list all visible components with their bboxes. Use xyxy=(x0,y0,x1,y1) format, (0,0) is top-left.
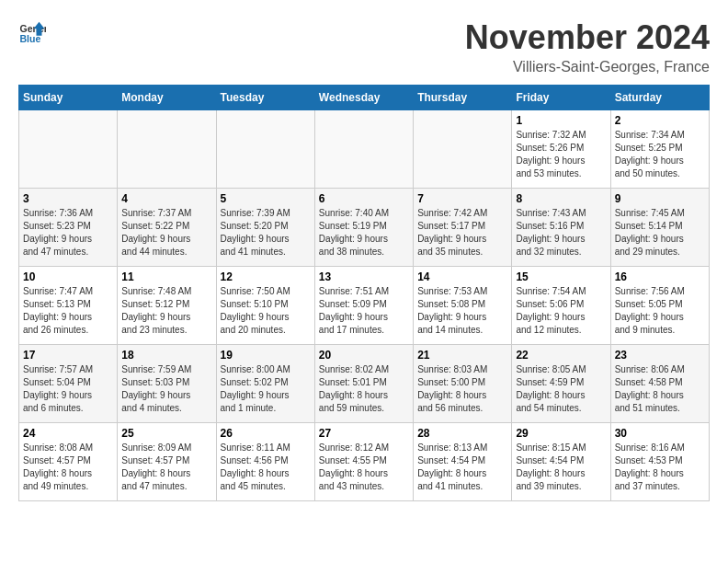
day-info: Sunrise: 8:09 AM Sunset: 4:57 PM Dayligh… xyxy=(121,442,211,493)
calendar-cell: 6Sunrise: 7:40 AM Sunset: 5:19 PM Daylig… xyxy=(314,189,413,267)
calendar-cell: 14Sunrise: 7:53 AM Sunset: 5:08 PM Dayli… xyxy=(414,267,512,345)
calendar-cell: 2Sunrise: 7:34 AM Sunset: 5:25 PM Daylig… xyxy=(610,110,709,189)
day-info: Sunrise: 7:39 AM Sunset: 5:20 PM Dayligh… xyxy=(221,207,311,259)
calendar-cell: 8Sunrise: 7:43 AM Sunset: 5:16 PM Daylig… xyxy=(512,189,610,267)
day-info: Sunrise: 7:40 AM Sunset: 5:19 PM Dayligh… xyxy=(319,207,409,259)
calendar-cell: 24Sunrise: 8:08 AM Sunset: 4:57 PM Dayli… xyxy=(19,423,118,501)
day-number: 28 xyxy=(417,427,507,440)
calendar-cell: 16Sunrise: 7:56 AM Sunset: 5:05 PM Dayli… xyxy=(610,267,709,345)
logo-icon: General Blue xyxy=(18,18,46,46)
calendar-cell: 19Sunrise: 8:00 AM Sunset: 5:02 PM Dayli… xyxy=(216,345,314,423)
weekday-header-row: SundayMondayTuesdayWednesdayThursdayFrid… xyxy=(19,86,710,110)
calendar-cell: 11Sunrise: 7:48 AM Sunset: 5:12 PM Dayli… xyxy=(118,267,216,345)
day-info: Sunrise: 7:34 AM Sunset: 5:25 PM Dayligh… xyxy=(615,129,705,180)
weekday-header-thursday: Thursday xyxy=(414,86,512,110)
weekday-header-saturday: Saturday xyxy=(610,86,709,110)
day-info: Sunrise: 8:05 AM Sunset: 4:59 PM Dayligh… xyxy=(516,363,606,415)
calendar-cell xyxy=(19,110,118,189)
calendar-cell: 3Sunrise: 7:36 AM Sunset: 5:23 PM Daylig… xyxy=(19,189,118,267)
calendar-cell: 25Sunrise: 8:09 AM Sunset: 4:57 PM Dayli… xyxy=(118,423,216,501)
calendar-cell: 4Sunrise: 7:37 AM Sunset: 5:22 PM Daylig… xyxy=(118,189,216,267)
day-info: Sunrise: 7:47 AM Sunset: 5:13 PM Dayligh… xyxy=(23,285,113,337)
calendar-cell: 9Sunrise: 7:45 AM Sunset: 5:14 PM Daylig… xyxy=(610,189,709,267)
day-number: 10 xyxy=(23,270,113,283)
day-info: Sunrise: 7:59 AM Sunset: 5:03 PM Dayligh… xyxy=(121,363,211,415)
day-number: 14 xyxy=(417,270,507,283)
weekday-header-monday: Monday xyxy=(118,86,216,110)
calendar-cell: 23Sunrise: 8:06 AM Sunset: 4:58 PM Dayli… xyxy=(610,345,709,423)
day-info: Sunrise: 7:53 AM Sunset: 5:08 PM Dayligh… xyxy=(417,285,507,337)
weekday-header-sunday: Sunday xyxy=(19,86,118,110)
day-info: Sunrise: 7:37 AM Sunset: 5:22 PM Dayligh… xyxy=(121,207,211,259)
week-row-4: 17Sunrise: 7:57 AM Sunset: 5:04 PM Dayli… xyxy=(19,345,710,423)
week-row-3: 10Sunrise: 7:47 AM Sunset: 5:13 PM Dayli… xyxy=(19,267,710,345)
day-info: Sunrise: 8:13 AM Sunset: 4:54 PM Dayligh… xyxy=(417,442,507,493)
page-header: General Blue November 2024 Villiers-Sain… xyxy=(18,18,710,75)
day-info: Sunrise: 7:45 AM Sunset: 5:14 PM Dayligh… xyxy=(615,207,705,259)
calendar-cell: 28Sunrise: 8:13 AM Sunset: 4:54 PM Dayli… xyxy=(414,423,512,501)
day-info: Sunrise: 7:32 AM Sunset: 5:26 PM Dayligh… xyxy=(516,129,606,180)
calendar-cell: 27Sunrise: 8:12 AM Sunset: 4:55 PM Dayli… xyxy=(314,423,413,501)
calendar-cell: 20Sunrise: 8:02 AM Sunset: 5:01 PM Dayli… xyxy=(314,345,413,423)
day-info: Sunrise: 7:57 AM Sunset: 5:04 PM Dayligh… xyxy=(23,363,113,415)
day-number: 29 xyxy=(516,427,606,440)
calendar-cell: 7Sunrise: 7:42 AM Sunset: 5:17 PM Daylig… xyxy=(414,189,512,267)
day-number: 30 xyxy=(615,427,705,440)
day-number: 19 xyxy=(221,349,311,362)
week-row-1: 1Sunrise: 7:32 AM Sunset: 5:26 PM Daylig… xyxy=(19,110,710,189)
day-info: Sunrise: 7:51 AM Sunset: 5:09 PM Dayligh… xyxy=(319,285,409,337)
calendar-cell xyxy=(414,110,512,189)
calendar-cell: 13Sunrise: 7:51 AM Sunset: 5:09 PM Dayli… xyxy=(314,267,413,345)
weekday-header-tuesday: Tuesday xyxy=(216,86,314,110)
day-number: 15 xyxy=(516,270,606,283)
day-number: 21 xyxy=(417,349,507,362)
day-info: Sunrise: 8:16 AM Sunset: 4:53 PM Dayligh… xyxy=(615,442,705,493)
day-number: 9 xyxy=(615,192,705,205)
day-number: 22 xyxy=(516,349,606,362)
day-number: 12 xyxy=(221,270,311,283)
calendar-cell: 17Sunrise: 7:57 AM Sunset: 5:04 PM Dayli… xyxy=(19,345,118,423)
day-info: Sunrise: 7:42 AM Sunset: 5:17 PM Dayligh… xyxy=(417,207,507,259)
day-number: 4 xyxy=(121,192,211,205)
day-number: 7 xyxy=(417,192,507,205)
day-info: Sunrise: 8:00 AM Sunset: 5:02 PM Dayligh… xyxy=(221,363,311,415)
weekday-header-wednesday: Wednesday xyxy=(314,86,413,110)
day-info: Sunrise: 7:50 AM Sunset: 5:10 PM Dayligh… xyxy=(221,285,311,337)
day-info: Sunrise: 8:08 AM Sunset: 4:57 PM Dayligh… xyxy=(23,442,113,493)
week-row-2: 3Sunrise: 7:36 AM Sunset: 5:23 PM Daylig… xyxy=(19,189,710,267)
day-number: 8 xyxy=(516,192,606,205)
calendar-cell: 29Sunrise: 8:15 AM Sunset: 4:54 PM Dayli… xyxy=(512,423,610,501)
calendar-cell: 18Sunrise: 7:59 AM Sunset: 5:03 PM Dayli… xyxy=(118,345,216,423)
day-number: 25 xyxy=(121,427,211,440)
day-number: 26 xyxy=(221,427,311,440)
day-info: Sunrise: 8:15 AM Sunset: 4:54 PM Dayligh… xyxy=(516,442,606,493)
title-block: November 2024 Villiers-Saint-Georges, Fr… xyxy=(465,18,710,75)
month-title: November 2024 xyxy=(465,18,710,57)
day-number: 27 xyxy=(319,427,409,440)
day-number: 13 xyxy=(319,270,409,283)
day-info: Sunrise: 7:36 AM Sunset: 5:23 PM Dayligh… xyxy=(23,207,113,259)
day-info: Sunrise: 7:48 AM Sunset: 5:12 PM Dayligh… xyxy=(121,285,211,337)
calendar-cell: 21Sunrise: 8:03 AM Sunset: 5:00 PM Dayli… xyxy=(414,345,512,423)
calendar-cell xyxy=(118,110,216,189)
day-info: Sunrise: 7:56 AM Sunset: 5:05 PM Dayligh… xyxy=(615,285,705,337)
day-number: 17 xyxy=(23,349,113,362)
day-number: 2 xyxy=(615,114,705,127)
day-info: Sunrise: 8:11 AM Sunset: 4:56 PM Dayligh… xyxy=(221,442,311,493)
calendar-cell: 5Sunrise: 7:39 AM Sunset: 5:20 PM Daylig… xyxy=(216,189,314,267)
day-info: Sunrise: 7:43 AM Sunset: 5:16 PM Dayligh… xyxy=(516,207,606,259)
calendar-cell xyxy=(314,110,413,189)
day-info: Sunrise: 8:12 AM Sunset: 4:55 PM Dayligh… xyxy=(319,442,409,493)
day-info: Sunrise: 8:02 AM Sunset: 5:01 PM Dayligh… xyxy=(319,363,409,415)
calendar-cell: 1Sunrise: 7:32 AM Sunset: 5:26 PM Daylig… xyxy=(512,110,610,189)
day-number: 18 xyxy=(121,349,211,362)
day-number: 3 xyxy=(23,192,113,205)
day-number: 5 xyxy=(221,192,311,205)
day-info: Sunrise: 8:03 AM Sunset: 5:00 PM Dayligh… xyxy=(417,363,507,415)
calendar-cell: 15Sunrise: 7:54 AM Sunset: 5:06 PM Dayli… xyxy=(512,267,610,345)
calendar-cell: 22Sunrise: 8:05 AM Sunset: 4:59 PM Dayli… xyxy=(512,345,610,423)
calendar-cell: 26Sunrise: 8:11 AM Sunset: 4:56 PM Dayli… xyxy=(216,423,314,501)
day-number: 11 xyxy=(121,270,211,283)
day-number: 24 xyxy=(23,427,113,440)
logo: General Blue xyxy=(18,18,46,46)
